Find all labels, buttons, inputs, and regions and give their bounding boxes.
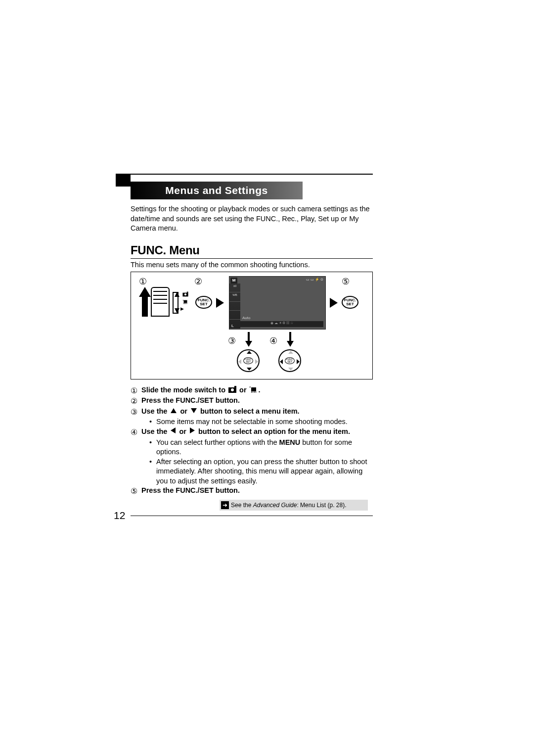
reference-arrow-icon: ➜: [221, 501, 229, 509]
footer-rule: [131, 516, 373, 516]
intro-paragraph: Settings for the shooting or playback mo…: [131, 204, 373, 234]
up-arrow-icon: [171, 408, 177, 413]
diagram-label-5: ⑤: [342, 276, 350, 287]
mode-switch-up-icon: [175, 292, 179, 297]
mode-switch-arrow-icon: [139, 287, 151, 297]
camera-lcd-preview: M ±0 WB ▭ ▭ ⚡ ⊙ Auto ◉ ☁ ☀ ⚙ ☷ ☆ L: [229, 276, 326, 330]
step-1: ① Slide the mode switch to or '.: [131, 385, 373, 396]
flow-arrow-right-icon: [216, 298, 224, 308]
step-5: ⑤ Press the FUNC./SET button.: [131, 486, 373, 497]
func-menu-heading: FUNC. Menu: [131, 243, 373, 257]
step-2: ② Press the FUNC./SET button.: [131, 396, 373, 407]
func-set-button-icon: FUNC. SET: [195, 296, 212, 309]
step-4: ④ Use the or button to select an option …: [131, 427, 373, 438]
lcd-auto-label: Auto: [242, 316, 250, 320]
dpad-horizontal-icon: FUNC.SET: [278, 349, 301, 372]
step-3-text: Use the or button to select a menu item.: [141, 407, 300, 417]
mode-switch-mode-icons: ' ▶: [180, 292, 190, 312]
camera-back-illustration: [151, 287, 170, 317]
camera-icon: [228, 387, 236, 393]
step-3-bullet: •Some items may not be selectable in som…: [149, 417, 373, 427]
left-arrow-icon: [171, 427, 176, 433]
diagram-label-2: ②: [194, 276, 202, 287]
dpad-vertical-icon: FUNC.SET: [237, 349, 260, 372]
flow-arrow-down-2: [289, 332, 291, 341]
step-3: ③ Use the or button to select a menu ite…: [131, 407, 373, 418]
see-reference-text: See the Advanced Guide: Menu List (p. 28…: [231, 502, 346, 509]
flow-arrow-down-head-2: [287, 341, 294, 347]
mode-switch-down-icon: [175, 308, 179, 313]
section-title-bar: Menus and Settings: [131, 182, 303, 199]
step-4-bullet-1: • You can select further options with th…: [149, 438, 373, 457]
step-5-text: Press the FUNC./SET button.: [141, 486, 240, 496]
func-menu-subtext: This menu sets many of the common shooti…: [131, 261, 373, 269]
lcd-side-menu: ±0 WB: [229, 284, 240, 329]
mode-switch-arrow-stem: [142, 297, 148, 317]
lcd-bottom-row: ◉ ☁ ☀ ⚙ ☷ ☆: [240, 321, 323, 327]
lcd-top-icons: ▭ ▭ ⚡ ⊙: [306, 278, 323, 282]
step-1-text: Slide the mode switch to or '.: [141, 385, 261, 395]
step-4-text: Use the or button to select an option fo…: [141, 427, 350, 437]
page-content: Menus and Settings Settings for the shoo…: [131, 174, 373, 511]
flow-arrow-down-1: [248, 332, 250, 341]
header-black-marker: [116, 174, 131, 187]
lcd-mode-badge: M: [230, 278, 237, 284]
page-number: 12: [114, 510, 125, 521]
flow-arrow-right-icon-2: [330, 298, 338, 308]
instruction-steps: ① Slide the mode switch to or '. ② Press…: [131, 385, 373, 497]
down-arrow-icon: [191, 408, 197, 413]
flow-arrow-down-head-1: [245, 341, 252, 347]
lcd-corner-label: L: [231, 324, 234, 328]
step-2-text: Press the FUNC./SET button.: [141, 396, 240, 406]
see-reference-box: ➜ See the Advanced Guide: Menu List (p. …: [220, 500, 368, 511]
heading-divider: [131, 258, 373, 259]
func-menu-diagram: ① ② ③ ④ ⑤ ' ▶ FUNC. SET M ±0 WB: [131, 272, 373, 379]
diagram-label-1: ①: [139, 276, 147, 287]
movie-icon: ': [250, 387, 258, 393]
diagram-label-3: ③: [228, 335, 236, 346]
right-arrow-icon: [190, 427, 195, 433]
section-title: Menus and Settings: [165, 185, 267, 196]
func-set-button-icon-2: FUNC. SET: [342, 296, 358, 309]
step-4-bullet-2: •After selecting an option, you can pres…: [149, 457, 373, 486]
diagram-label-4: ④: [269, 335, 277, 346]
